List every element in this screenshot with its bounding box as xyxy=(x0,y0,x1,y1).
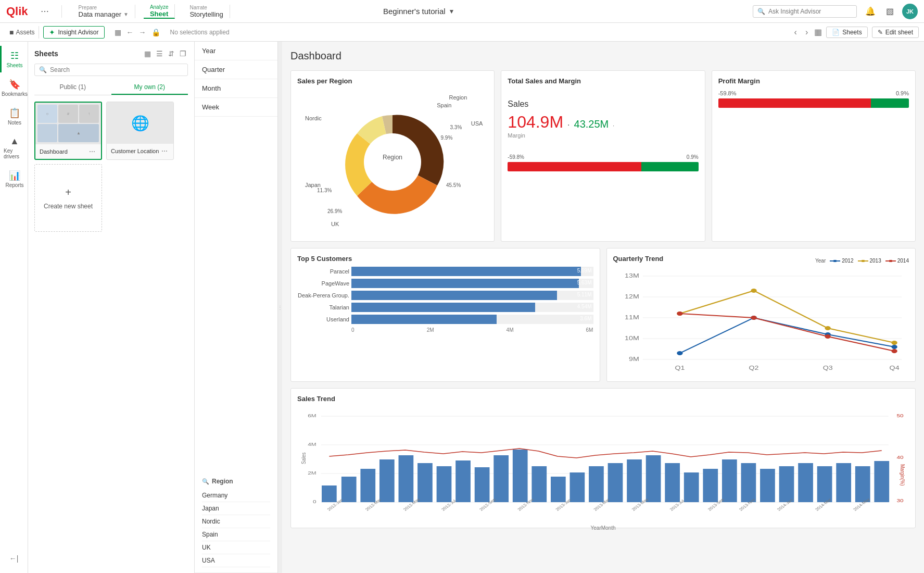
sidebar-item-bookmarks[interactable]: 🔖 Bookmarks xyxy=(0,74,28,101)
layout-icon-button[interactable]: ▦ xyxy=(113,27,123,38)
svg-rect-54 xyxy=(455,460,471,502)
collapse-sidebar-button[interactable]: ←| xyxy=(5,550,23,567)
x-label-4m: 4M xyxy=(507,327,514,333)
prev-sheet-button[interactable]: ‹ xyxy=(792,26,799,39)
left-sidebar: ☷ Sheets 🔖 Bookmarks 📋 Notes ▲ Key drive… xyxy=(0,42,28,573)
bar-label-deak: Deak-Perera Group. xyxy=(297,292,349,298)
sheets-search-bar[interactable]: 🔍 xyxy=(34,64,188,76)
filter-region-section: 🔍 Region Germany Japan Nordic Spain UK U… xyxy=(195,472,277,573)
svg-rect-75 xyxy=(855,466,870,502)
create-new-sheet-card[interactable]: + Create new sheet xyxy=(34,164,102,232)
svg-point-32 xyxy=(825,334,830,339)
profit-margin-card: Profit Margin -59.8% 0.9% xyxy=(712,70,916,242)
notifications-button[interactable]: 🔔 xyxy=(863,4,878,18)
sidebar-item-sheets[interactable]: ☷ Sheets xyxy=(0,46,28,72)
svg-point-5 xyxy=(862,260,865,262)
sheet-label: Sheet xyxy=(150,10,168,18)
tab-public[interactable]: Public (1) xyxy=(34,80,111,95)
search-icon: 🔍 xyxy=(757,8,765,15)
apps-button[interactable]: ▧ xyxy=(884,4,896,18)
svg-point-22 xyxy=(677,351,682,355)
profit-margin-labels: -59.8% 0.9% xyxy=(718,90,909,96)
sidebar-bottom: ←| xyxy=(5,550,23,573)
bar-outer-talarian: 4.54M xyxy=(351,303,593,312)
create-sheet-label: Create new sheet xyxy=(44,203,93,210)
sales-per-region-title: Sales per Region xyxy=(297,77,488,85)
svg-text:0: 0 xyxy=(313,499,317,504)
svg-rect-55 xyxy=(475,467,490,502)
quarterly-header: Quarterly Trend Year 2012 2013 xyxy=(613,255,909,267)
sheet-card-customer-location[interactable]: 🌐 Customer Location ⋯ xyxy=(106,102,174,160)
filter-option-germany[interactable]: Germany xyxy=(202,489,270,502)
toolbar-icons: ▦ ← → 🔒 xyxy=(113,27,162,38)
expand-toggle[interactable]: ❐ xyxy=(178,48,188,59)
top5-bar-chart: Paracel 5.69M PageWave 5.63M xyxy=(297,267,593,333)
x-label-0: 0 xyxy=(351,327,355,333)
filter-quarter[interactable]: Quarter xyxy=(195,60,277,79)
edit-sheet-button[interactable]: ✎ Edit sheet xyxy=(872,27,919,38)
panel-divider[interactable]: ⋮ xyxy=(278,42,282,573)
filter-region-title: Region xyxy=(212,478,233,485)
undo-button[interactable]: ← xyxy=(125,27,135,38)
kpi-sales-label: Sales xyxy=(508,99,698,109)
sales-trend-card: Sales Trend 6M 4M 2M 0 Sales xyxy=(290,388,916,528)
redo-button[interactable]: → xyxy=(137,27,148,38)
assets-button[interactable]: ■ Assets xyxy=(5,26,39,39)
filter-option-usa[interactable]: USA xyxy=(202,554,270,567)
next-sheet-button[interactable]: › xyxy=(803,26,810,39)
filter-month[interactable]: Month xyxy=(195,79,277,98)
filter-option-nordic[interactable]: Nordic xyxy=(202,515,270,528)
quarterly-title: Quarterly Trend xyxy=(613,255,664,263)
analyze-section[interactable]: Analyze Sheet xyxy=(144,4,175,19)
sheets-search-input[interactable] xyxy=(50,66,183,73)
kpi-bar-red xyxy=(508,162,641,171)
lock-button[interactable]: 🔒 xyxy=(150,27,162,38)
svg-text:12M: 12M xyxy=(625,294,639,300)
sidebar-item-key-drivers[interactable]: ▲ Key drivers xyxy=(0,132,28,164)
filter-option-japan[interactable]: Japan xyxy=(202,502,270,515)
assets-icon: ■ xyxy=(9,28,14,36)
filter-option-spain[interactable]: Spain xyxy=(202,528,270,541)
kpi-margin-label: Margin xyxy=(508,132,698,139)
main-layout: ☷ Sheets 🔖 Bookmarks 📋 Notes ▲ Key drive… xyxy=(0,42,924,573)
pm-label-right: 0.9% xyxy=(896,90,909,96)
data-manager-arrow: ▼ xyxy=(123,11,129,17)
more-options-button[interactable]: ⋯ xyxy=(39,4,51,18)
dashboard-area: Dashboard Sales per Region xyxy=(282,42,924,573)
svg-rect-74 xyxy=(836,463,851,502)
svg-rect-51 xyxy=(399,455,414,502)
sheet-menu-button-customer-location[interactable]: ⋯ xyxy=(160,146,169,156)
grid-view-button[interactable]: ▦ xyxy=(814,27,822,37)
kpi-sales-value: 104.9M xyxy=(508,113,563,131)
filter-week[interactable]: Week xyxy=(195,98,277,117)
sheet-menu-button-dashboard[interactable]: ⋯ xyxy=(87,146,97,157)
no-selections-label: No selections applied xyxy=(170,29,230,36)
grid-view-toggle[interactable]: ▦ xyxy=(143,48,153,59)
x-label-2m: 2M xyxy=(427,327,434,333)
sheet-card-dashboard[interactable]: ○ # ↑ ▲ Dashboard ⋯ xyxy=(34,102,102,160)
tab-myown[interactable]: My own (2) xyxy=(111,80,188,95)
sheets-icon: ☷ xyxy=(10,50,19,61)
bar-label-pagewave: PageWave xyxy=(297,280,349,286)
list-view-toggle[interactable]: ☰ xyxy=(155,48,164,59)
insight-search-bar[interactable]: 🔍 xyxy=(753,5,857,18)
sidebar-item-notes[interactable]: 📋 Notes xyxy=(0,103,28,130)
quarterly-trend-card: Quarterly Trend Year 2012 2013 xyxy=(606,248,916,382)
sheets-button[interactable]: 📄 Sheets xyxy=(826,27,867,38)
sidebar-item-reports[interactable]: 📊 Reports xyxy=(0,166,28,192)
donut-label-region: Region xyxy=(449,94,467,101)
filter-year[interactable]: Year xyxy=(195,42,277,60)
key-drivers-icon: ▲ xyxy=(10,136,19,147)
kpi-margin-superscript: · xyxy=(613,123,614,129)
insight-advisor-button[interactable]: ✦ Insight Advisor xyxy=(43,26,104,39)
filter-option-uk[interactable]: UK xyxy=(202,541,270,554)
bar-fill-talarian: 4.54M xyxy=(351,303,535,312)
svg-point-28 xyxy=(825,326,830,330)
narrate-section[interactable]: Narrate Storytelling xyxy=(183,5,230,18)
svg-point-31 xyxy=(751,316,756,320)
svg-point-3 xyxy=(833,260,837,262)
avatar[interactable]: JK xyxy=(902,4,918,19)
insight-search-input[interactable] xyxy=(768,8,852,15)
prepare-section[interactable]: Prepare Data manager ▼ xyxy=(72,5,135,18)
sort-toggle[interactable]: ⇵ xyxy=(167,48,176,59)
